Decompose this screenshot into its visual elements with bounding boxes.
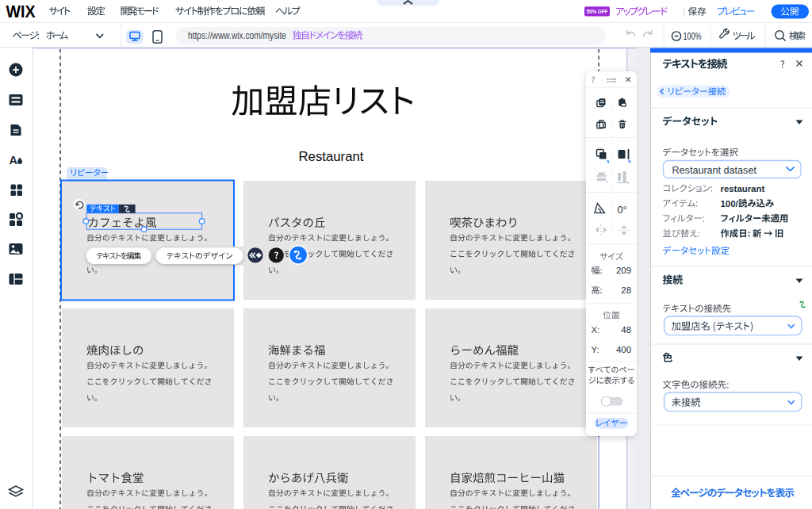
svg-text:400: 400 (616, 345, 631, 354)
svg-text:0°: 0° (618, 205, 627, 216)
svg-text:209: 209 (616, 266, 631, 275)
svg-text:28: 28 (621, 285, 631, 295)
svg-text:restaurant: restaurant (721, 184, 765, 193)
svg-text:100/: 100/ (721, 199, 739, 209)
svg-text:X:: X: (592, 325, 600, 335)
svg-text:Restaurant: Restaurant (299, 149, 364, 164)
svg-text:50% OFF: 50% OFF (587, 8, 608, 15)
svg-text:Y:: Y: (592, 345, 599, 354)
svg-text:100%: 100% (684, 31, 702, 42)
svg-text:48: 48 (621, 325, 631, 335)
svg-text:A: A (10, 154, 18, 166)
svg-text:https://www.wix.com/mysite: https://www.wix.com/mysite (188, 30, 286, 41)
svg-text:WIX: WIX (6, 2, 36, 21)
svg-text:Restaurant dataset: Restaurant dataset (672, 165, 757, 176)
